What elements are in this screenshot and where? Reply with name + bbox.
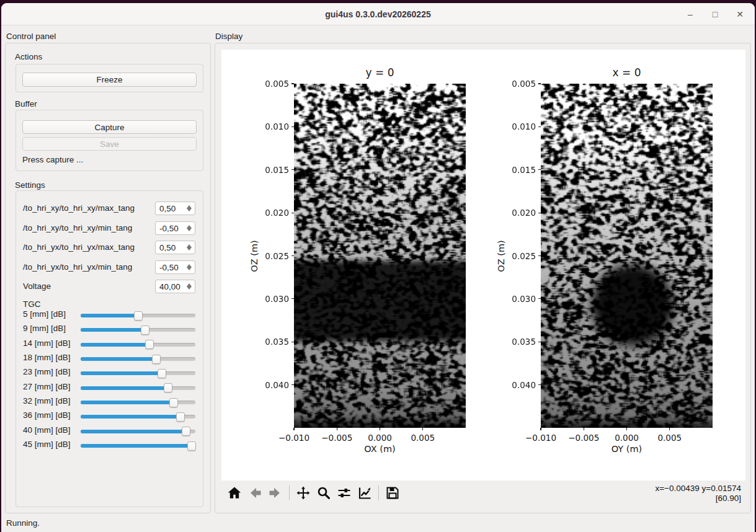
subplots-button[interactable] — [336, 485, 352, 501]
status-bar: Running. — [6, 518, 40, 528]
cursor-readout-xy: x=−0.00439 y=0.01574 — [655, 484, 741, 494]
setting-spinbox[interactable]: 40,00 — [155, 280, 195, 293]
back-arrow-icon — [247, 485, 262, 500]
tgc-slider-track[interactable] — [81, 357, 195, 361]
save-button[interactable]: Save — [22, 137, 197, 151]
tgc-slider-track[interactable] — [81, 386, 195, 390]
tgc-slider-track[interactable] — [81, 401, 195, 404]
tgc-slider-label: 14 [mm] [dB] — [23, 339, 71, 348]
capture-hint: Press capture ... — [22, 155, 83, 164]
ultrasound-image[interactable] — [541, 84, 713, 428]
spinbox-down-arrow[interactable] — [187, 286, 192, 290]
plot-y0: y = 0OZ (m)OX (m)0.0050.0100.0150.0200.0… — [294, 84, 466, 428]
control-panel-header: Control panel — [6, 32, 56, 41]
save-floppy-icon — [385, 485, 400, 500]
tgc-slider-handle[interactable] — [152, 355, 161, 364]
window-titlebar[interactable]: gui4us 0.3.0.dev20260225 – □ ✕ — [1, 3, 755, 25]
x-tick-label: −0.010 — [274, 433, 314, 443]
tgc-slider-handle[interactable] — [164, 383, 172, 392]
forward-arrow-icon — [268, 485, 283, 500]
setting-spinbox[interactable]: -0,50 — [155, 221, 195, 235]
minimize-button[interactable]: – — [685, 9, 695, 19]
y-tick-mark — [291, 384, 294, 385]
app-window: gui4us 0.3.0.dev20260225 – □ ✕ Control p… — [1, 3, 755, 532]
y-tick-label: 0.030 — [257, 294, 289, 304]
freeze-button[interactable]: Freeze — [22, 73, 197, 87]
tgc-slider-fill — [81, 357, 156, 361]
home-button[interactable] — [226, 485, 242, 501]
tgc-slider-handle[interactable] — [169, 398, 178, 407]
x-tick-mark — [626, 428, 627, 430]
plot-title: y = 0 — [294, 66, 466, 79]
tgc-slider-handle[interactable] — [176, 412, 185, 422]
tgc-slider-handle[interactable] — [158, 369, 166, 378]
tgc-slider-handle[interactable] — [187, 441, 196, 451]
pan-button[interactable] — [295, 485, 311, 501]
tgc-slider-track[interactable] — [81, 444, 195, 448]
tgc-slider-label: 23 [mm] [dB] — [23, 367, 71, 376]
y-tick-label: 0.035 — [504, 337, 536, 347]
spinbox-down-arrow[interactable] — [187, 228, 192, 231]
tgc-slider-track[interactable] — [81, 328, 195, 332]
status-text: Running. — [6, 518, 40, 528]
tgc-slider-label: 45 [mm] [dB] — [23, 440, 71, 449]
y-tick-mark — [538, 126, 541, 127]
customize-button[interactable] — [357, 485, 373, 501]
setting-spinbox[interactable]: 0,50 — [155, 241, 195, 254]
tgc-slider-handle[interactable] — [182, 427, 190, 436]
tgc-slider-fill — [81, 401, 174, 404]
x-tick-label: 0.000 — [607, 433, 647, 443]
capture-button[interactable]: Capture — [22, 120, 197, 134]
spinbox-value: 0,50 — [159, 243, 176, 252]
zoom-rect-icon — [316, 485, 331, 500]
y-tick-label: 0.030 — [504, 294, 536, 304]
x-tick-mark — [540, 428, 541, 430]
x-tick-mark — [380, 428, 380, 430]
pan-move-icon — [296, 485, 311, 500]
figure-area: y = 0OZ (m)OX (m)0.0050.0100.0150.0200.0… — [221, 50, 745, 481]
x-axis-label: OX (m) — [294, 444, 466, 454]
tgc-slider-track[interactable] — [81, 430, 195, 433]
tgc-slider-track[interactable] — [81, 371, 195, 375]
y-tick-label: 0.005 — [504, 79, 536, 89]
setting-label: Voltage — [23, 282, 51, 291]
tgc-slider-handle[interactable] — [134, 311, 143, 321]
settings-label: Settings — [15, 180, 45, 190]
forward-button[interactable] — [267, 485, 283, 501]
tgc-slider-fill — [81, 314, 138, 317]
y-tick-mark — [538, 342, 541, 342]
y-tick-mark — [538, 83, 541, 84]
y-tick-mark — [291, 169, 294, 170]
y-tick-mark — [291, 298, 294, 299]
ultrasound-image[interactable] — [294, 84, 466, 428]
setting-spinbox[interactable]: 0,50 — [155, 202, 195, 215]
setting-label: /to_hri_xy/to_hri_xy/max_tang — [23, 203, 135, 213]
x-tick-label: 0.005 — [403, 433, 443, 443]
y-tick-mark — [291, 255, 294, 256]
x-tick-mark — [422, 428, 423, 430]
spinbox-value: 0,50 — [159, 204, 176, 213]
maximize-button[interactable]: □ — [710, 9, 720, 19]
save-figure-button[interactable] — [385, 485, 401, 501]
back-button[interactable] — [247, 485, 263, 501]
y-tick-label: 0.010 — [504, 122, 536, 131]
close-button[interactable]: ✕ — [735, 9, 745, 19]
y-tick-label: 0.040 — [257, 380, 289, 390]
spinbox-down-arrow[interactable] — [187, 208, 192, 211]
home-icon — [227, 485, 242, 500]
y-tick-label: 0.015 — [257, 165, 289, 175]
y-tick-label: 0.025 — [257, 251, 289, 261]
y-tick-label: 0.020 — [257, 208, 289, 218]
tgc-slider-handle[interactable] — [141, 326, 149, 335]
y-tick-mark — [291, 342, 294, 342]
y-tick-mark — [291, 126, 294, 127]
setting-label: /to_hri_yx/to_hri_yx/min_tang — [23, 262, 132, 272]
tgc-slider-handle[interactable] — [145, 340, 154, 349]
spinbox-down-arrow[interactable] — [187, 247, 192, 250]
y-tick-mark — [538, 255, 541, 256]
setting-spinbox[interactable]: -0,50 — [155, 260, 195, 274]
y-tick-mark — [538, 384, 541, 385]
tgc-slider-track[interactable] — [81, 343, 195, 347]
zoom-button[interactable] — [316, 485, 332, 501]
spinbox-down-arrow[interactable] — [187, 267, 192, 270]
